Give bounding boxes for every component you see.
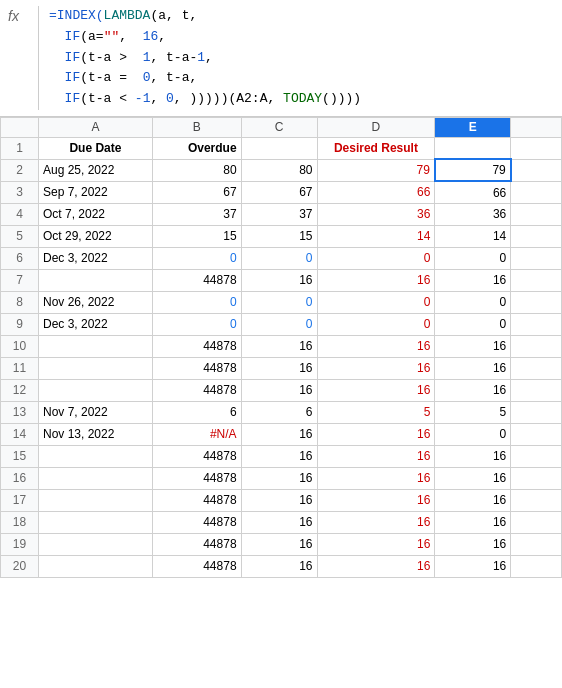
cell-c-19[interactable]: 16 (241, 533, 317, 555)
cell-a-20[interactable] (38, 555, 152, 577)
cell-b-15[interactable]: 44878 (152, 445, 241, 467)
cell-b-17[interactable]: 44878 (152, 489, 241, 511)
cell-e-14[interactable]: 0 (435, 423, 511, 445)
cell-d-15[interactable]: 16 (317, 445, 435, 467)
col-header-e[interactable]: E (435, 117, 511, 137)
cell-a-13[interactable]: Nov 7, 2022 (38, 401, 152, 423)
cell-d-10[interactable]: 16 (317, 335, 435, 357)
cell-e-3[interactable]: 66 (435, 181, 511, 203)
cell-d-16[interactable]: 16 (317, 467, 435, 489)
cell-e-9[interactable]: 0 (435, 313, 511, 335)
cell-b-14[interactable]: #N/A (152, 423, 241, 445)
cell-e-6[interactable]: 0 (435, 247, 511, 269)
cell-e-13[interactable]: 5 (435, 401, 511, 423)
cell-a-15[interactable] (38, 445, 152, 467)
cell-b-4[interactable]: 37 (152, 203, 241, 225)
cell-a-8[interactable]: Nov 26, 2022 (38, 291, 152, 313)
formula-text[interactable]: =INDEX(LAMBDA(a, t, IF(a="", 16, IF(t-a … (49, 6, 361, 110)
cell-e-8[interactable]: 0 (435, 291, 511, 313)
cell-e-7[interactable]: 16 (435, 269, 511, 291)
cell-c-18[interactable]: 16 (241, 511, 317, 533)
cell-b-3[interactable]: 67 (152, 181, 241, 203)
cell-a-3[interactable]: Sep 7, 2022 (38, 181, 152, 203)
col-header-a[interactable]: A (38, 117, 152, 137)
col-header-d[interactable]: D (317, 117, 435, 137)
cell-b-9[interactable]: 0 (152, 313, 241, 335)
cell-c-3[interactable]: 67 (241, 181, 317, 203)
cell-d-5[interactable]: 14 (317, 225, 435, 247)
cell-b-11[interactable]: 44878 (152, 357, 241, 379)
cell-e-16[interactable]: 16 (435, 467, 511, 489)
cell-a-19[interactable] (38, 533, 152, 555)
cell-a-12[interactable] (38, 379, 152, 401)
col-header-b[interactable]: B (152, 117, 241, 137)
cell-c-16[interactable]: 16 (241, 467, 317, 489)
cell-e-10[interactable]: 16 (435, 335, 511, 357)
cell-b-8[interactable]: 0 (152, 291, 241, 313)
cell-a-2[interactable]: Aug 25, 2022 (38, 159, 152, 181)
cell-d-14[interactable]: 16 (317, 423, 435, 445)
cell-d-12[interactable]: 16 (317, 379, 435, 401)
cell-d-18[interactable]: 16 (317, 511, 435, 533)
cell-b-5[interactable]: 15 (152, 225, 241, 247)
cell-c-10[interactable]: 16 (241, 335, 317, 357)
cell-d-2[interactable]: 79 (317, 159, 435, 181)
cell-a-18[interactable] (38, 511, 152, 533)
cell-a-9[interactable]: Dec 3, 2022 (38, 313, 152, 335)
cell-d-11[interactable]: 16 (317, 357, 435, 379)
cell-a-10[interactable] (38, 335, 152, 357)
cell-c-5[interactable]: 15 (241, 225, 317, 247)
cell-c-17[interactable]: 16 (241, 489, 317, 511)
cell-c-7[interactable]: 16 (241, 269, 317, 291)
col-header-f[interactable] (511, 117, 562, 137)
cell-a-17[interactable] (38, 489, 152, 511)
cell-b-7[interactable]: 44878 (152, 269, 241, 291)
cell-a-6[interactable]: Dec 3, 2022 (38, 247, 152, 269)
cell-d-6[interactable]: 0 (317, 247, 435, 269)
cell-c-4[interactable]: 37 (241, 203, 317, 225)
cell-b-2[interactable]: 80 (152, 159, 241, 181)
cell-c-20[interactable]: 16 (241, 555, 317, 577)
cell-c-11[interactable]: 16 (241, 357, 317, 379)
cell-a-14[interactable]: Nov 13, 2022 (38, 423, 152, 445)
cell-d-9[interactable]: 0 (317, 313, 435, 335)
cell-b-10[interactable]: 44878 (152, 335, 241, 357)
cell-d-13[interactable]: 5 (317, 401, 435, 423)
cell-d-7[interactable]: 16 (317, 269, 435, 291)
cell-e-19[interactable]: 16 (435, 533, 511, 555)
cell-d-19[interactable]: 16 (317, 533, 435, 555)
cell-e-15[interactable]: 16 (435, 445, 511, 467)
cell-a-16[interactable] (38, 467, 152, 489)
cell-c-6[interactable]: 0 (241, 247, 317, 269)
cell-e-12[interactable]: 16 (435, 379, 511, 401)
cell-d-4[interactable]: 36 (317, 203, 435, 225)
cell-e-5[interactable]: 14 (435, 225, 511, 247)
cell-d-20[interactable]: 16 (317, 555, 435, 577)
cell-e-20[interactable]: 16 (435, 555, 511, 577)
cell-c-14[interactable]: 16 (241, 423, 317, 445)
cell-c-12[interactable]: 16 (241, 379, 317, 401)
cell-a-5[interactable]: Oct 29, 2022 (38, 225, 152, 247)
cell-c-15[interactable]: 16 (241, 445, 317, 467)
cell-a-7[interactable] (38, 269, 152, 291)
cell-b-13[interactable]: 6 (152, 401, 241, 423)
cell-d-8[interactable]: 0 (317, 291, 435, 313)
cell-e-17[interactable]: 16 (435, 489, 511, 511)
col-header-c[interactable]: C (241, 117, 317, 137)
cell-c-8[interactable]: 0 (241, 291, 317, 313)
cell-b-16[interactable]: 44878 (152, 467, 241, 489)
cell-d-17[interactable]: 16 (317, 489, 435, 511)
cell-c-13[interactable]: 6 (241, 401, 317, 423)
cell-e-18[interactable]: 16 (435, 511, 511, 533)
cell-e-11[interactable]: 16 (435, 357, 511, 379)
cell-c-2[interactable]: 80 (241, 159, 317, 181)
cell-b-6[interactable]: 0 (152, 247, 241, 269)
cell-b-20[interactable]: 44878 (152, 555, 241, 577)
cell-b-18[interactable]: 44878 (152, 511, 241, 533)
cell-c-9[interactable]: 0 (241, 313, 317, 335)
cell-b-12[interactable]: 44878 (152, 379, 241, 401)
cell-a-4[interactable]: Oct 7, 2022 (38, 203, 152, 225)
cell-e-4[interactable]: 36 (435, 203, 511, 225)
cell-d-3[interactable]: 66 (317, 181, 435, 203)
cell-e-2[interactable]: 79 (435, 159, 511, 181)
